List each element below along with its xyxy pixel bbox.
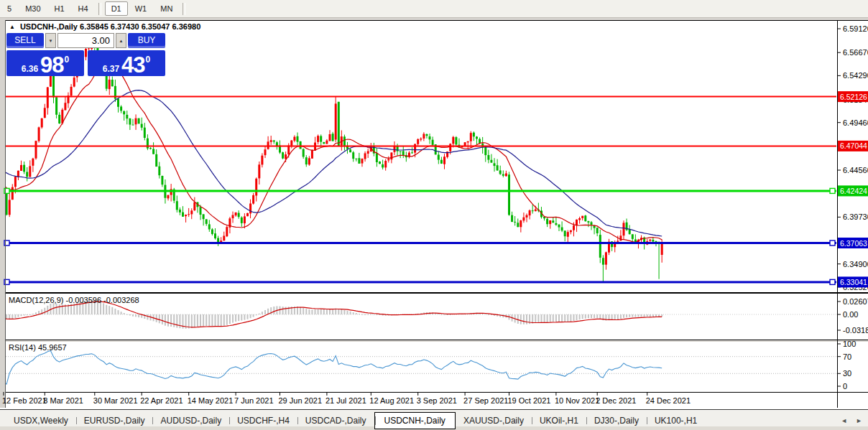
date-tick-label: 24 Dec 2021	[646, 396, 691, 405]
buy-button[interactable]: BUY	[128, 33, 165, 48]
price-axis-border	[837, 20, 838, 408]
tab-prev-icon[interactable]: ◄	[841, 417, 847, 424]
rsi-label: RSI(14) 45.9657	[9, 343, 67, 352]
buy-price-sup: 0	[146, 55, 151, 64]
date-tick-label: 21 Jul 2021	[326, 396, 366, 405]
price-tick-label: 6.34900	[843, 260, 868, 268]
hline-handle[interactable]	[830, 240, 835, 246]
date-tick-label: 22 Apr 2021	[140, 396, 183, 405]
rsi-axis-label: 70	[843, 352, 851, 361]
date-tick-label: 8 Mar 2021	[43, 396, 83, 405]
panel-splitter[interactable]	[5, 340, 868, 342]
sell-button[interactable]: SELL	[6, 33, 44, 48]
toolbar-separator	[183, 3, 185, 15]
panel-border	[5, 340, 868, 340]
price-tick-label: 6.54290	[843, 71, 868, 80]
timeframe-5[interactable]: 5	[1, 1, 18, 16]
chart-tab-dj30-daily[interactable]: DJ30-,Daily	[586, 413, 647, 428]
macd-axis-label: 0.00	[843, 310, 858, 319]
date-tick-label: 19 Oct 2021	[508, 396, 551, 405]
panel-border	[5, 392, 868, 393]
price-badge-6.33041: 6.33041	[838, 276, 868, 287]
timeframe-toolbar: 5M30H1H4D1W1MN	[0, 0, 868, 18]
buy-price-small: 6.37	[103, 65, 119, 74]
chart-tab-uk100-h1[interactable]: UK100-,H1	[647, 413, 705, 428]
price-tick-label: 6.56670	[843, 48, 868, 57]
price-badge-6.52126: 6.52126	[838, 91, 868, 102]
price-tick-label: 6.59120	[843, 24, 868, 33]
symbol-ohlc-title: USDCNH-,Daily 6.35845 6.37430 6.35047 6.…	[20, 22, 200, 31]
buy-price-big: 43	[121, 56, 144, 74]
timeframe-mn[interactable]: MN	[154, 1, 179, 16]
svg-text:6.47044: 6.47044	[840, 141, 867, 150]
one-click-trade-panel: SELL ▼ ▲ BUY 6.36 98 0 6.37 43 0	[6, 33, 165, 76]
volume-decrease-button[interactable]: ▼	[45, 33, 56, 48]
chart-title: ▲ USDCNH-,Daily 6.35845 6.37430 6.35047 …	[9, 22, 200, 31]
chart-tab-usdchf-h4[interactable]: USDCHF-,H4	[229, 413, 297, 428]
timeframe-h1[interactable]: H1	[48, 1, 71, 16]
timeframe-m30[interactable]: M30	[19, 1, 47, 16]
sell-price-box[interactable]: 6.36 98 0	[6, 50, 84, 76]
chart-tab-usdcad-daily[interactable]: USDCAD-,Daily	[297, 413, 374, 428]
price-tick-label: 6.49460	[843, 118, 868, 127]
panel-border	[5, 20, 868, 21]
chart-tab-ukoil-h1[interactable]: UKOil-,H1	[532, 413, 586, 428]
date-tick-label: 3 Sep 2021	[417, 396, 457, 405]
price-tick-label: 6.44560	[843, 166, 868, 174]
date-tick-label: 12 Aug 2021	[369, 396, 414, 405]
chart-tab-audusd-daily[interactable]: AUDUSD-,Daily	[152, 413, 229, 428]
timeframe-d1[interactable]: D1	[105, 1, 128, 16]
price-badge-6.42424: 6.42424	[838, 185, 868, 196]
date-tick-label: 12 Feb 2021	[2, 396, 47, 405]
chart-tab-eurusd-daily[interactable]: EURUSD-,Daily	[76, 413, 153, 428]
date-tick-label: 30 Mar 2021	[93, 396, 138, 405]
buy-price-box[interactable]: 6.37 43 0	[88, 50, 165, 76]
macd-label: MACD(12,26,9) -0.003596 -0.003268	[9, 296, 139, 304]
svg-text:6.42424: 6.42424	[840, 187, 867, 195]
sell-price-big: 98	[40, 56, 63, 74]
chart-tab-usdx-weekly[interactable]: USDX,Weekly	[6, 413, 76, 428]
rsi-axis-label: 0	[843, 382, 847, 391]
svg-text:6.33041: 6.33041	[840, 278, 867, 286]
chart-tab-bar: USDX,WeeklyEURUSD-,DailyAUDUSD-,DailyUSD…	[0, 409, 868, 430]
price-badge-6.37063: 6.37063	[838, 238, 868, 248]
price-tick-label: 6.39730	[843, 212, 868, 221]
macd-axis-label: 0.02607	[843, 297, 868, 306]
chevron-up-icon: ▲	[119, 39, 124, 43]
rsi-axis-label: 100	[843, 340, 856, 348]
date-tick-label: 10 Nov 2021	[555, 396, 599, 405]
tab-next-icon[interactable]: ►	[856, 417, 862, 424]
volume-increase-button[interactable]: ▲	[116, 33, 126, 48]
date-tick-label: 29 Jun 2021	[279, 396, 323, 405]
chart-window-background	[5, 20, 868, 408]
panel-border	[5, 292, 868, 294]
collapse-panel-icon[interactable]: ▲	[9, 24, 15, 30]
hline-handle[interactable]	[830, 279, 835, 284]
timeframe-h4[interactable]: H4	[72, 1, 95, 16]
svg-text:6.37063: 6.37063	[840, 239, 867, 248]
sell-price-small: 6.36	[22, 65, 38, 74]
svg-text:6.52126: 6.52126	[840, 93, 867, 101]
timeframe-w1[interactable]: W1	[129, 1, 154, 16]
window-left-border	[5, 20, 6, 408]
chart-tab-usdcnh-daily[interactable]: USDCNH-,Daily	[374, 412, 456, 429]
chevron-down-icon: ▼	[49, 39, 53, 43]
date-tick-label: 27 Sep 2021	[463, 396, 508, 405]
toolbar-separator	[98, 3, 101, 15]
date-tick-label: 7 Jun 2021	[234, 396, 273, 405]
volume-input[interactable]	[57, 33, 114, 48]
hline-handle[interactable]	[830, 188, 835, 193]
sell-price-sup: 0	[65, 55, 70, 64]
price-badge-6.47044: 6.47044	[838, 141, 868, 151]
date-tick-label: 14 May 2021	[188, 396, 234, 405]
rsi-axis-label: 30	[843, 369, 851, 378]
chart-tab-xauusd-daily[interactable]: XAUUSD-,Daily	[456, 413, 532, 428]
tab-scroll-arrows: ◄►	[841, 417, 862, 424]
date-tick-label: 2 Dec 2021	[596, 396, 636, 405]
macd-axis-label: -0.03187	[843, 326, 868, 335]
